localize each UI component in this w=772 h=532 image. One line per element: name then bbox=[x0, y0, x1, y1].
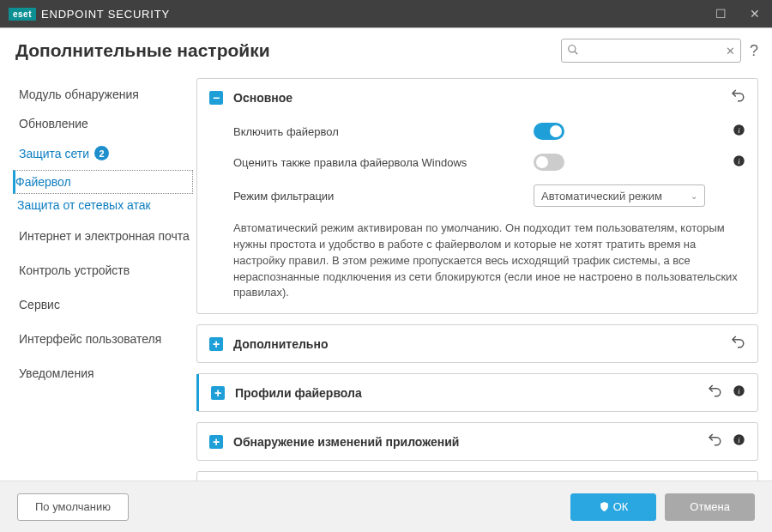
sidebar-item-label: Защита сети bbox=[19, 147, 89, 160]
header: Дополнительные настройки ✕ ? bbox=[0, 28, 772, 73]
sidebar-item-web-email[interactable]: Интернет и электронная почта bbox=[15, 221, 193, 251]
content-area: − Основное Включить файервол i Оценить т… bbox=[193, 73, 772, 485]
search-icon bbox=[567, 44, 579, 58]
panel-advanced: + Дополнительно bbox=[196, 324, 758, 363]
close-icon[interactable]: ✕ bbox=[738, 0, 772, 27]
footer: По умолчанию ОК Отмена bbox=[0, 481, 772, 532]
badge-count: 2 bbox=[94, 146, 109, 160]
sidebar-item-update[interactable]: Обновление bbox=[15, 109, 193, 138]
expand-icon[interactable]: + bbox=[209, 435, 223, 449]
window-controls: ☐ ✕ bbox=[703, 0, 772, 27]
help-icon[interactable]: ? bbox=[750, 42, 758, 60]
page-title: Дополнительные настройки bbox=[15, 40, 270, 61]
setting-label: Включить файервол bbox=[233, 125, 525, 138]
cancel-button[interactable]: Отмена bbox=[665, 493, 755, 521]
maximize-icon[interactable]: ☐ bbox=[703, 0, 738, 27]
chevron-down-icon: ⌄ bbox=[691, 191, 697, 201]
revert-icon[interactable] bbox=[707, 432, 722, 451]
sidebar-sub-network-attack[interactable]: Защита от сетевых атак bbox=[15, 194, 193, 216]
panel-title[interactable]: Обнаружение изменений приложений bbox=[233, 435, 697, 449]
ok-button[interactable]: ОК bbox=[570, 493, 657, 521]
search-input[interactable] bbox=[579, 45, 726, 57]
panel-title[interactable]: Дополнительно bbox=[233, 337, 720, 351]
info-icon[interactable]: i bbox=[733, 384, 745, 402]
setting-enable-firewall: Включить файервол i bbox=[233, 116, 745, 147]
panel-app-changes: + Обнаружение изменений приложений i bbox=[196, 422, 758, 461]
sidebar-item-network-protection[interactable]: Защита сети 2 bbox=[15, 138, 193, 168]
search-input-wrap[interactable]: ✕ bbox=[561, 39, 741, 63]
setting-label: Оценить также правила файервола Windows bbox=[233, 156, 525, 169]
svg-point-0 bbox=[569, 45, 576, 51]
revert-icon[interactable] bbox=[730, 334, 745, 354]
shield-icon bbox=[599, 501, 610, 512]
sidebar-item-tools[interactable]: Сервис bbox=[15, 290, 193, 319]
sidebar-item-device-control[interactable]: Контроль устройств bbox=[15, 256, 193, 285]
setting-label: Режим фильтрации bbox=[233, 190, 525, 203]
toggle-enable-firewall[interactable] bbox=[534, 123, 564, 140]
svg-line-1 bbox=[575, 51, 578, 54]
dropdown-value: Автоматический режим bbox=[541, 190, 662, 203]
toggle-windows-rules[interactable] bbox=[534, 154, 564, 171]
setting-windows-rules: Оценить также правила файервола Windows … bbox=[233, 147, 745, 178]
sidebar-item-detection[interactable]: Модуль обнаружения bbox=[15, 80, 193, 109]
ok-label: ОК bbox=[613, 500, 629, 513]
panel-title: Основное bbox=[233, 91, 720, 105]
panel-profiles: + Профили файервола i bbox=[196, 373, 758, 412]
expand-icon[interactable]: + bbox=[209, 337, 223, 351]
sidebar-item-ui[interactable]: Интерфейс пользователя bbox=[15, 324, 193, 354]
filter-mode-dropdown[interactable]: Автоматический режим ⌄ bbox=[534, 184, 705, 207]
revert-icon[interactable] bbox=[730, 88, 745, 107]
info-icon[interactable]: i bbox=[733, 154, 745, 170]
sidebar: Модуль обнаружения Обновление Защита сет… bbox=[0, 73, 193, 485]
info-icon[interactable]: i bbox=[733, 433, 745, 450]
titlebar: eset ENDPOINT SECURITY ☐ ✕ bbox=[0, 0, 772, 27]
panel-title[interactable]: Профили файервола bbox=[235, 386, 697, 400]
clear-icon[interactable]: ✕ bbox=[726, 45, 735, 57]
collapse-icon[interactable]: − bbox=[209, 91, 223, 105]
defaults-button[interactable]: По умолчанию bbox=[17, 493, 129, 521]
revert-icon[interactable] bbox=[707, 383, 722, 402]
info-icon[interactable]: i bbox=[733, 124, 745, 139]
sidebar-sub-firewall[interactable]: Файервол bbox=[13, 170, 193, 194]
setting-filter-mode: Режим фильтрации Автоматический режим ⌄ bbox=[233, 178, 745, 214]
panel-basic: − Основное Включить файервол i Оценить т… bbox=[196, 78, 758, 314]
eset-logo: eset bbox=[9, 8, 36, 21]
filter-mode-description: Автоматический режим активирован по умол… bbox=[233, 214, 745, 301]
expand-icon[interactable]: + bbox=[211, 386, 225, 400]
product-name: ENDPOINT SECURITY bbox=[41, 8, 170, 21]
sidebar-item-notifications[interactable]: Уведомления bbox=[15, 359, 193, 388]
